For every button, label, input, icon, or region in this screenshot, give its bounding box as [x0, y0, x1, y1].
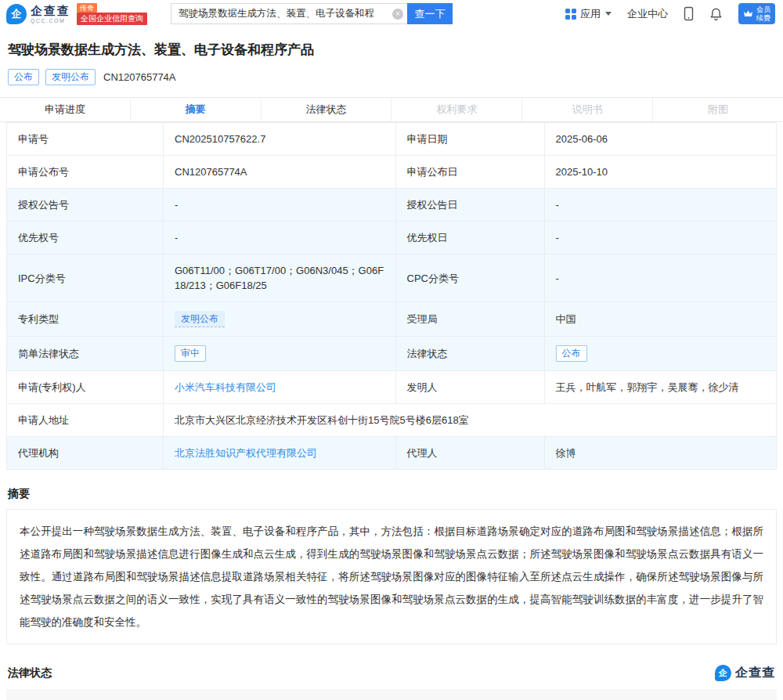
field-value: G06T11/00；G06T17/00；G06N3/045；G06F18/213… — [164, 254, 396, 302]
vip-label-line1: 会员 — [756, 5, 770, 13]
chevron-down-icon — [605, 12, 612, 16]
field-value: 发明公布 — [164, 302, 396, 337]
field-label: 受理局 — [395, 302, 544, 337]
field-value: 2025-10-10 — [544, 156, 777, 189]
patent-number: CN120765774A — [103, 71, 176, 83]
field-value: 北京市大兴区北京经济技术开发区科创十街15号院5号楼6层618室 — [164, 404, 777, 437]
detail-tabs: 申请进度 摘要 法律状态 权利要求 说明书 附图 — [0, 97, 783, 122]
field-value: 王兵，叶航军，郭翔宇，吴展骞，徐少清 — [544, 371, 777, 404]
patent-type-badge: 发明公布 — [175, 311, 225, 327]
vip-label-line2: 续费 — [756, 14, 770, 22]
clear-icon[interactable]: × — [392, 9, 403, 20]
field-value: 2025-06-06 — [544, 123, 777, 156]
badge-bottom-label: 全国企业信用查询 — [77, 13, 147, 25]
abstract-text: 本公开提出一种驾驶场景数据生成方法、装置、电子设备和程序产品，其中，方法包括：根… — [6, 509, 777, 644]
field-label: IPC分类号 — [7, 254, 164, 302]
field-label: 简单法律状态 — [7, 337, 164, 371]
field-label: 授权公告号 — [7, 189, 164, 222]
table-row: IPC分类号 G06T11/00；G06T17/00；G06N3/045；G06… — [7, 254, 777, 302]
field-label: 申请日期 — [395, 123, 544, 156]
field-label: 发明人 — [395, 371, 544, 404]
table-row: 专利类型 发明公布 受理局 中国 — [7, 302, 777, 337]
qcc-logo-name: 企查查 — [31, 5, 70, 16]
field-label: 授权公告日 — [395, 189, 544, 222]
publish-status-tag: 公布 — [8, 69, 39, 85]
field-label: 优先权号 — [7, 222, 164, 254]
qcc-watermark-text: 企查查 — [735, 665, 775, 681]
field-value: 审中 — [164, 337, 396, 371]
agency-link[interactable]: 北京法胜知识产权代理有限公司 — [175, 447, 317, 459]
table-row: 优先权号 - 优先权日 - — [7, 222, 777, 254]
qcc-watermark-icon: 企 — [715, 665, 731, 681]
mobile-app-button[interactable] — [684, 6, 694, 21]
credit-query-badge: 传奇 全国企业信用查询 — [77, 3, 147, 25]
table-row: 代理机构 北京法胜知识产权代理有限公司 代理人 徐博 — [7, 437, 777, 470]
apps-menu[interactable]: 应用 — [565, 7, 612, 21]
field-value: - — [544, 189, 777, 222]
field-value: - — [164, 222, 396, 254]
table-row: 简单法律状态 审中 法律状态 公布 — [7, 337, 777, 371]
field-label: 申请号 — [7, 123, 164, 156]
table-row: 申请人地址 北京市大兴区北京经济技术开发区科创十街15号院5号楼6层618室 — [7, 404, 777, 437]
field-label: 代理机构 — [7, 437, 164, 470]
field-label: 申请人地址 — [7, 404, 164, 437]
field-value: CN120765774A — [164, 156, 396, 189]
field-label: CPC分类号 — [395, 254, 544, 302]
badge-top-label: 传奇 — [77, 3, 97, 13]
field-value: 北京法胜知识产权代理有限公司 — [164, 437, 396, 470]
field-label: 专利类型 — [7, 302, 164, 337]
top-nav: 应用 企业中心 会员 续费 — [565, 3, 775, 24]
enterprise-center-link[interactable]: 企业中心 — [627, 7, 668, 21]
field-value: 公布 — [544, 337, 777, 371]
tab-legal-status[interactable]: 法律状态 — [262, 98, 392, 121]
crown-icon — [743, 9, 753, 18]
search-bar: × 查一下 — [171, 3, 453, 24]
patent-detail-table: 申请号 CN202510757622.7 申请日期 2025-06-06 申请公… — [6, 122, 777, 470]
tab-description: 说明书 — [522, 98, 653, 121]
simple-legal-status-badge: 审中 — [175, 345, 206, 362]
page-title: 驾驶场景数据生成方法、装置、电子设备和程序产品 — [8, 41, 775, 59]
field-value: 中国 — [544, 302, 777, 337]
field-value: 徐博 — [544, 437, 777, 470]
applicant-link[interactable]: 小米汽车科技有限公司 — [175, 381, 276, 393]
field-label: 申请公布日 — [395, 156, 544, 189]
abstract-heading: 摘要 — [8, 487, 775, 501]
vip-renew-button[interactable]: 会员 续费 — [738, 3, 775, 24]
search-button[interactable]: 查一下 — [407, 3, 453, 24]
table-row: 申请(专利权)人 小米汽车科技有限公司 发明人 王兵，叶航军，郭翔宇，吴展骞，徐… — [7, 371, 777, 404]
field-label: 法律状态 — [395, 337, 544, 371]
table-row: 申请公布号 CN120765774A 申请公布日 2025-10-10 — [7, 156, 777, 189]
bell-icon — [709, 7, 723, 21]
patent-tag-row: 公布 发明公布 CN120765774A — [8, 69, 775, 85]
field-value: CN202510757622.7 — [164, 123, 396, 156]
notifications-button[interactable] — [709, 7, 723, 21]
legal-status-heading: 法律状态 — [8, 666, 52, 680]
apps-grid-icon — [565, 9, 576, 20]
phone-icon — [684, 6, 694, 21]
qcc-logo-icon: 企 — [6, 4, 27, 24]
field-value: - — [544, 254, 777, 302]
apps-label: 应用 — [580, 7, 601, 21]
tab-application-progress[interactable]: 申请进度 — [0, 98, 131, 121]
field-label: 代理人 — [395, 437, 544, 470]
qcc-watermark-logo: 企 企查查 — [715, 665, 775, 681]
field-value: 小米汽车科技有限公司 — [164, 371, 396, 404]
tab-claims: 权利要求 — [392, 98, 522, 121]
field-value: - — [164, 189, 396, 222]
table-row: 申请号 CN202510757622.7 申请日期 2025-06-06 — [7, 123, 777, 156]
field-label: 申请公布号 — [7, 156, 164, 189]
patent-type-tag: 发明公布 — [45, 69, 96, 85]
qcc-logo-domain: QCC.COM — [31, 18, 70, 23]
field-label: 优先权日 — [395, 222, 544, 254]
field-value: - — [544, 222, 777, 254]
legal-status-header: 法律状态 企 企查查 — [8, 665, 775, 681]
top-bar: 企 企查查 QCC.COM 传奇 全国企业信用查询 × 查一下 应用 企业中心 — [0, 0, 783, 25]
qcc-logo[interactable]: 企 企查查 QCC.COM 传奇 全国企业信用查询 — [6, 3, 147, 25]
tab-abstract[interactable]: 摘要 — [131, 98, 262, 121]
tab-drawings: 附图 — [653, 98, 783, 121]
table-row: 授权公告号 - 授权公告日 - — [7, 189, 777, 222]
search-input[interactable] — [171, 9, 407, 20]
legal-status-badge: 公布 — [556, 345, 587, 362]
field-label: 申请(专利权)人 — [7, 371, 164, 404]
legal-status-timeline: 2025-10-10 公布 — [6, 689, 777, 700]
